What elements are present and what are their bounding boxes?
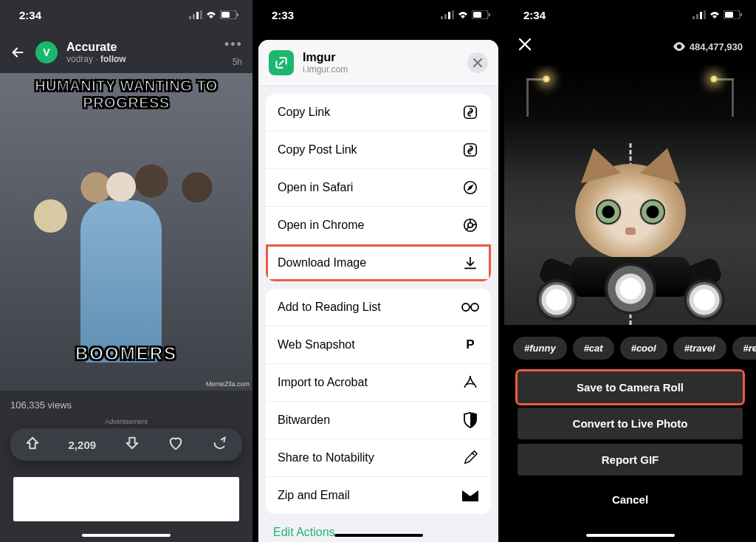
upvote-button[interactable] — [24, 435, 41, 454]
post-header: V Accurate vodray · follow ••• 5h — [0, 30, 252, 73]
post-title-block: Accurate vodray · follow — [66, 40, 216, 65]
status-time: 2:33 — [272, 9, 294, 21]
home-indicator[interactable] — [82, 534, 171, 537]
username[interactable]: vodray — [66, 54, 93, 64]
tag-funny[interactable]: #funny — [513, 337, 567, 360]
close-button[interactable] — [467, 52, 488, 73]
top-bar: 484,477,930 — [504, 30, 756, 61]
status-bar: 2:34 — [504, 0, 756, 30]
svg-rect-3 — [200, 10, 202, 19]
wifi-icon — [457, 10, 469, 19]
meme-watermark: MemeZila.com — [206, 380, 250, 388]
link-icon — [461, 141, 479, 159]
svg-rect-23 — [700, 12, 702, 19]
ios-share-sheet-screen: 2:33 Imgur i.imgur.com Copy Link — [252, 0, 504, 542]
post-action-bar: 2,209 — [10, 428, 242, 461]
share-button[interactable] — [212, 435, 228, 454]
save-camera-roll-button[interactable]: Save to Camera Roll — [518, 371, 743, 403]
close-icon — [472, 58, 483, 68]
svg-rect-2 — [196, 12, 199, 19]
report-gif-button[interactable]: Report GIF — [518, 444, 743, 476]
copy-link-action[interactable]: Copy Link — [266, 94, 491, 131]
share-sheet: Imgur i.imgur.com Copy Link Copy Post Li… — [258, 40, 498, 542]
signal-icon — [441, 10, 454, 19]
share-sheet-header: Imgur i.imgur.com — [258, 40, 498, 86]
app-name: Imgur — [303, 50, 458, 64]
svg-rect-12 — [473, 12, 481, 18]
tag-travel[interactable]: #travel — [673, 337, 726, 360]
svg-rect-27 — [740, 13, 742, 16]
post-image[interactable]: HUMANITY WANTING TO PROGRESS BOOMERS Mem… — [0, 73, 252, 391]
ad-placeholder — [13, 477, 239, 521]
wifi-icon — [709, 10, 721, 19]
downvote-button[interactable] — [124, 435, 140, 454]
meme-top-text: HUMANITY WANTING TO PROGRESS — [0, 78, 252, 112]
bitwarden-action[interactable]: Bitwarden — [266, 402, 491, 439]
svg-rect-24 — [704, 10, 706, 19]
share-action-group-2: Add to Reading List Web Snapshot P Impor… — [266, 289, 491, 514]
open-safari-action[interactable]: Open in Safari — [266, 169, 491, 207]
follow-link[interactable]: follow — [100, 54, 126, 64]
battery-icon — [472, 10, 491, 19]
status-icons — [189, 10, 239, 19]
import-acrobat-action[interactable]: Import to Acrobat — [266, 364, 491, 402]
svg-rect-5 — [221, 12, 230, 18]
back-button[interactable] — [9, 44, 27, 61]
home-indicator[interactable] — [334, 534, 423, 537]
status-bar: 2:34 — [0, 0, 252, 30]
svg-rect-0 — [189, 16, 191, 19]
user-avatar[interactable]: V — [35, 41, 58, 64]
favorite-button[interactable] — [168, 435, 184, 454]
svg-rect-21 — [693, 16, 695, 19]
imgur-app-icon — [269, 50, 294, 75]
post-title: Accurate — [66, 40, 216, 54]
status-icons — [441, 10, 491, 19]
mail-icon — [461, 487, 479, 504]
svg-rect-13 — [489, 13, 490, 16]
svg-rect-14 — [464, 106, 477, 119]
svg-rect-9 — [448, 12, 450, 19]
glasses-icon — [461, 298, 479, 316]
tag-retro[interactable]: #retro — [732, 337, 756, 360]
chrome-icon — [461, 216, 479, 234]
signal-icon — [189, 10, 202, 19]
arrow-left-icon — [10, 44, 26, 61]
convert-live-photo-button[interactable]: Convert to Live Photo — [518, 408, 743, 439]
share-icon — [212, 435, 228, 451]
svg-rect-8 — [444, 14, 447, 19]
status-time: 2:34 — [19, 9, 41, 21]
zip-email-action[interactable]: Zip and Email — [266, 477, 491, 514]
reading-list-action[interactable]: Add to Reading List — [266, 289, 491, 326]
post-time: 5h — [224, 57, 242, 67]
svg-rect-6 — [237, 13, 238, 16]
shield-icon — [461, 411, 479, 429]
battery-icon — [724, 10, 743, 19]
acrobat-icon — [461, 374, 479, 391]
app-domain: i.imgur.com — [303, 64, 458, 75]
close-icon — [518, 37, 532, 52]
open-chrome-action[interactable]: Open in Chrome — [266, 207, 491, 244]
link-icon — [461, 103, 479, 121]
pencil-icon — [461, 449, 479, 467]
close-button[interactable] — [518, 37, 532, 56]
home-indicator[interactable] — [586, 534, 675, 537]
edit-actions-link[interactable]: Edit Actions… — [258, 514, 498, 542]
tag-cool[interactable]: #cool — [620, 337, 667, 360]
battery-icon — [220, 10, 239, 19]
share-notability-action[interactable]: Share to Notability — [266, 439, 491, 477]
gif-preview[interactable] — [504, 65, 756, 325]
more-button[interactable]: ••• — [224, 37, 242, 52]
svg-point-19 — [462, 303, 470, 311]
status-bar: 2:33 — [252, 0, 504, 30]
wifi-icon — [205, 10, 217, 19]
svg-rect-1 — [193, 14, 195, 19]
cancel-button[interactable]: Cancel — [504, 480, 756, 506]
svg-point-18 — [468, 223, 472, 227]
tag-cat[interactable]: #cat — [573, 337, 614, 360]
view-count: 106,335 views — [0, 391, 252, 415]
eye-icon — [673, 42, 685, 51]
web-snapshot-action[interactable]: Web Snapshot P — [266, 326, 491, 364]
tag-row: #funny #cat #cool #travel #retro — [504, 325, 756, 367]
copy-post-link-action[interactable]: Copy Post Link — [266, 131, 491, 169]
download-image-action[interactable]: Download Image — [266, 244, 491, 281]
